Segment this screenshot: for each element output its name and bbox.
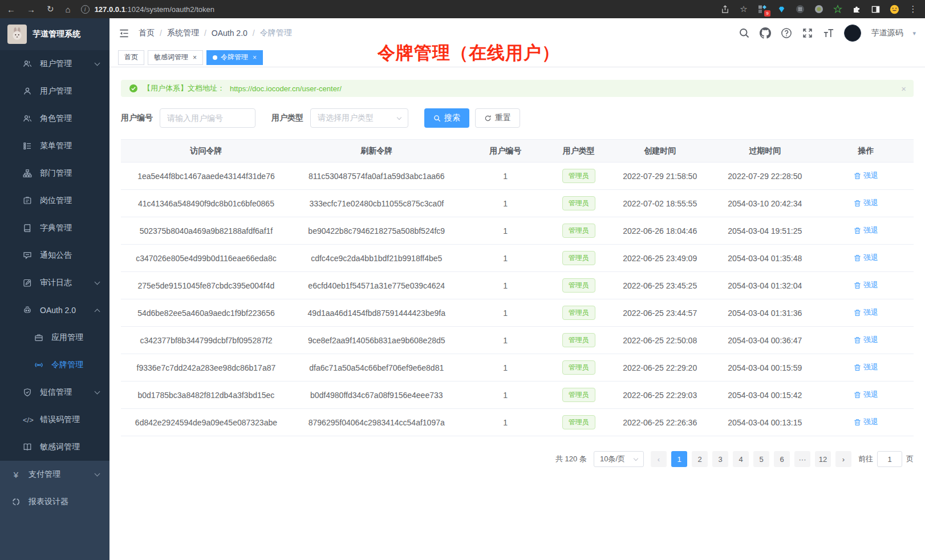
force-logout-button[interactable]: 强退 [854,362,878,372]
sidebar-item-oauth-token[interactable]: 令牌管理 [0,351,109,379]
refresh-token-cell: 49d1aa46d1454fbd87591444423be9fa [291,299,462,327]
page-button[interactable]: 4 [733,451,749,467]
access-token-cell: 41c41346a548490f9dc8b01c6bfe0865 [121,190,291,217]
goto-page-input[interactable] [877,451,902,467]
force-logout-label: 强退 [863,335,878,345]
breadcrumb-system[interactable]: 系统管理 [167,28,199,38]
sidebar-item-sms[interactable]: 短信管理 [0,379,109,406]
force-logout-button[interactable]: 强退 [854,307,878,318]
collapse-sidebar-icon[interactable] [119,28,129,39]
reload-icon[interactable]: ↻ [47,4,54,14]
share-icon[interactable] [720,4,730,14]
sidebar-item-tenant[interactable]: 租户管理 [0,50,109,78]
close-icon[interactable]: × [193,54,197,62]
page-button[interactable]: 5 [753,451,769,467]
sidebar-item-role[interactable]: 角色管理 [0,105,109,132]
app-logo-row[interactable]: 芋道管理系统 [0,18,109,50]
sidebar-item-menu-mgmt[interactable]: 菜单管理 [0,132,109,160]
caret-down-icon[interactable]: ▾ [912,30,916,37]
sidebar-item-post[interactable]: 岗位管理 [0,187,109,214]
search-button[interactable]: 搜索 [424,108,469,128]
force-logout-button[interactable]: 强退 [854,225,878,236]
force-logout-button[interactable]: 强退 [854,389,878,400]
table-row: 1ea5e44f8bc1467aaede43144f31de76 811c530… [121,163,914,190]
search-icon[interactable] [739,27,750,39]
force-logout-button[interactable]: 强退 [854,417,878,427]
close-icon[interactable]: × [253,54,257,62]
user-id-cell: 1 [462,190,549,217]
page-button[interactable]: 2 [692,451,708,467]
force-logout-button[interactable]: 强退 [854,253,878,263]
sidebar-item-oauth[interactable]: OAuth 2.0 [0,297,109,324]
tab-home[interactable]: 首页 [118,50,144,65]
user-type-badge: 管理员 [562,415,595,429]
access-token-cell: 502375b8040a469a9b82188afdf6af1f [121,217,291,245]
sidebar-item-sensitive[interactable]: 敏感词管理 [0,433,109,461]
user-avatar[interactable] [844,25,861,42]
site-info-icon[interactable]: i [81,5,90,14]
extension-grid-icon[interactable]: 9 [757,4,768,14]
sidebar-item-dept[interactable]: 部门管理 [0,160,109,187]
sidebar-item-report-designer[interactable]: 报表设计器 [0,488,109,516]
sidebar-item-audit-log[interactable]: 审计日志 [0,269,109,297]
sidebar-item-pay[interactable]: ¥ 支付管理 [0,461,109,488]
annotation-title: 令牌管理（在线用户） [378,41,560,65]
browser-menu-icon[interactable]: ⋮ [908,4,918,14]
home-icon[interactable]: ⌂ [66,5,71,14]
page-size-select[interactable]: 10条/页 [594,451,644,467]
tab-sensitive-words[interactable]: 敏感词管理 × [148,50,203,65]
font-size-icon[interactable] [823,27,834,39]
comment-bubble-icon [23,251,32,260]
sidebar-item-oauth-app[interactable]: 应用管理 [0,324,109,351]
reset-button[interactable]: 重置 [475,108,520,128]
page-button[interactable]: 12 [815,451,831,467]
next-page-button[interactable]: › [835,451,851,467]
back-icon[interactable]: ← [7,5,15,14]
force-logout-button[interactable]: 强退 [854,335,878,345]
force-logout-button[interactable]: 强退 [854,198,878,208]
fullscreen-icon[interactable] [802,27,813,39]
more-pages-button[interactable]: ··· [794,451,810,467]
split-screen-icon[interactable] [870,4,881,14]
sidebar-item-dict[interactable]: 字典管理 [0,214,109,242]
address-bar[interactable]: i 127.0.0.1:1024/system/oauth2/token [81,5,214,14]
force-logout-label: 强退 [863,171,878,181]
table-row: c347026e805e4d99b0d116eae66eda8c cdfc4ce… [121,245,914,272]
page-button[interactable]: 1 [671,451,687,467]
sidebar-item-notice[interactable]: 通知公告 [0,242,109,269]
tab-token-mgmt[interactable]: 令牌管理 × [206,50,263,65]
force-logout-button[interactable]: 强退 [854,171,878,181]
sidebar-item-errcode[interactable]: </> 错误码管理 [0,406,109,433]
prev-page-button[interactable]: ‹ [651,451,667,467]
forward-icon[interactable]: → [27,5,35,14]
page-button[interactable]: 6 [774,451,790,467]
alert-close-icon[interactable]: × [901,84,906,94]
breadcrumb-home[interactable]: 首页 [139,28,155,38]
user-id-input[interactable] [160,108,255,128]
bookmark-star-icon[interactable]: ☆ [739,4,749,14]
gray-circle-extension-icon[interactable] [814,4,824,14]
sidebar-item-user[interactable]: 用户管理 [0,78,109,105]
puzzle-extension-icon[interactable] [851,4,862,14]
breadcrumb-oauth[interactable]: OAuth 2.0 [212,29,248,38]
user-id-cell: 1 [462,245,549,272]
donut-chart-icon [11,497,21,506]
green-star-extension-icon[interactable] [833,4,843,14]
url-path: :1024/system/oauth2/token [125,5,214,14]
github-icon[interactable] [760,27,771,39]
emoji-extension-icon[interactable] [889,4,899,14]
col-user-id: 用户编号 [462,140,549,163]
page-button[interactable]: 3 [712,451,728,467]
force-logout-button[interactable]: 强退 [854,280,878,290]
user-name[interactable]: 芋道源码 [871,28,903,38]
table-row: 275e5de9151045fe87cbdc395e004f4d e6cfd40… [121,272,914,299]
dark-circle-extension-icon[interactable] [795,4,805,14]
help-icon[interactable] [781,27,792,39]
doc-link[interactable]: https://doc.iocoder.cn/user-center/ [230,84,342,93]
create-time-cell: 2022-06-25 22:29:20 [608,354,712,382]
sidebar-item-label: 租户管理 [40,59,72,69]
create-time-cell: 2022-06-25 22:29:03 [608,382,712,409]
gem-extension-icon[interactable] [776,4,786,14]
user-type-select[interactable]: 请选择用户类型 [310,108,408,128]
expire-time-cell: 2054-03-04 00:15:42 [712,382,819,409]
